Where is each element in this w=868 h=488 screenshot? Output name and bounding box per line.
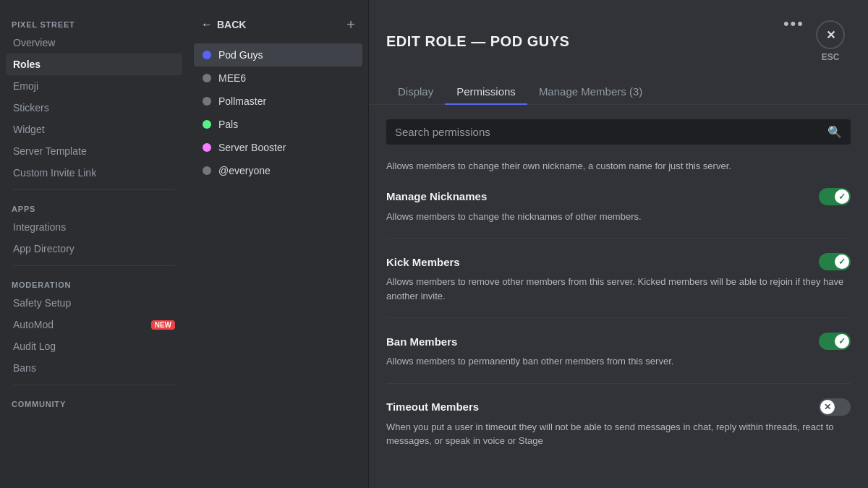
permission-name-timeout-members: Timeout Members — [386, 401, 479, 413]
sidebar-item-roles[interactable]: Roles — [6, 53, 182, 75]
sidebar-item-emoji[interactable]: Emoji — [6, 75, 182, 97]
role-dot-everyone — [203, 166, 211, 175]
search-input[interactable] — [395, 126, 827, 138]
permission-desc-ban-members: Allows members to permanently ban other … — [386, 354, 851, 369]
role-item-pals[interactable]: Pals — [194, 113, 362, 136]
tab-bar: Display Permissions Manage Members (3) — [386, 80, 851, 104]
back-label: BACK — [217, 19, 246, 30]
toggle-check-icon: ✓ — [838, 192, 846, 202]
role-label-mee6: MEE6 — [218, 72, 246, 84]
role-dot-pod-guys — [203, 51, 211, 59]
esc-button[interactable]: ✕ ESC — [810, 14, 851, 68]
back-button[interactable]: ← BACK — [201, 18, 246, 31]
back-arrow-icon: ← — [201, 18, 213, 31]
sidebar: PIXEL STREET Overview Roles Emoji Sticke… — [0, 0, 188, 488]
back-bar: ← BACK + — [194, 12, 362, 43]
permission-row-top: Manage Nicknames ✓ — [386, 188, 851, 205]
sidebar-item-audit-log[interactable]: Audit Log — [6, 335, 182, 357]
sidebar-item-safety-setup[interactable]: Safety Setup — [6, 292, 182, 314]
sidebar-item-server-template[interactable]: Server Template — [6, 140, 182, 162]
sidebar-section-apps: APPS — [6, 196, 182, 216]
toggle-knob-kick: ✓ — [835, 254, 849, 269]
role-dot-mee6 — [203, 74, 211, 82]
sidebar-item-bans[interactable]: Bans — [6, 357, 182, 379]
toggle-x-icon-timeout: ✕ — [824, 402, 831, 412]
role-label-pals: Pals — [218, 119, 238, 130]
role-dot-pollmaster — [203, 97, 211, 106]
main-header: EDIT ROLE — POD GUYS ••• ✕ ESC Display P… — [369, 0, 868, 105]
toggle-knob-timeout: ✕ — [820, 400, 835, 414]
sidebar-item-custom-invite[interactable]: Custom Invite Link — [6, 162, 182, 184]
middle-panel: ← BACK + Pod Guys MEE6 Pollmaster Pals S… — [188, 0, 369, 488]
sidebar-item-app-directory[interactable]: App Directory — [6, 238, 182, 260]
permission-row-kick-members: Kick Members ✓ Allows members to remove … — [386, 253, 851, 318]
permission-desc-kick-members: Allows members to remove other members f… — [386, 275, 851, 303]
toggle-knob-ban: ✓ — [835, 334, 849, 348]
permission-desc-manage-nicknames: Allows members to change the nicknames o… — [386, 210, 851, 224]
role-item-pod-guys[interactable]: Pod Guys — [194, 43, 362, 67]
role-item-pollmaster[interactable]: Pollmaster — [194, 90, 362, 113]
permission-name-kick-members: Kick Members — [386, 256, 460, 268]
sidebar-item-widget[interactable]: Widget — [6, 119, 182, 140]
page-title: EDIT ROLE — POD GUYS — [386, 33, 569, 50]
permission-row-timeout-members: Timeout Members ✕ When you put a user in… — [386, 398, 851, 463]
role-item-everyone[interactable]: @everyone — [194, 159, 362, 182]
tab-display[interactable]: Display — [386, 80, 445, 105]
toggle-knob: ✓ — [835, 189, 849, 204]
role-label-everyone: @everyone — [218, 165, 271, 176]
permission-name-ban-members: Ban Members — [386, 335, 457, 348]
role-label-server-booster: Server Booster — [218, 142, 286, 153]
role-label-pollmaster: Pollmaster — [218, 95, 266, 107]
tab-manage-members[interactable]: Manage Members (3) — [527, 80, 654, 105]
sidebar-divider-2 — [13, 265, 175, 266]
permission-name-manage-nicknames: Manage Nicknames — [386, 190, 487, 202]
automod-new-badge: NEW — [151, 320, 175, 330]
permission-row-top-kick: Kick Members ✓ — [386, 253, 851, 270]
sidebar-section-community: COMMUNITY — [6, 391, 182, 411]
permission-row-top-ban: Ban Members ✓ — [386, 333, 851, 350]
toggle-check-icon-kick: ✓ — [838, 257, 846, 267]
main-title-row: EDIT ROLE — POD GUYS ••• ✕ ESC — [386, 14, 851, 68]
sidebar-section-server: PIXEL STREET — [6, 12, 182, 32]
esc-label: ESC — [822, 52, 840, 62]
sidebar-item-overview[interactable]: Overview — [6, 32, 182, 53]
sidebar-item-integrations[interactable]: Integrations — [6, 216, 182, 238]
toggle-timeout-members[interactable]: ✕ — [819, 398, 851, 416]
role-dot-server-booster — [203, 143, 211, 152]
sidebar-item-stickers[interactable]: Stickers — [6, 97, 182, 119]
role-label-pod-guys: Pod Guys — [218, 49, 263, 61]
search-icon: 🔍 — [827, 125, 842, 139]
toggle-kick-members[interactable]: ✓ — [819, 253, 851, 270]
permission-desc-timeout-members: When you put a user in timeout they will… — [386, 420, 851, 448]
esc-circle-icon: ✕ — [816, 20, 845, 49]
main-content: EDIT ROLE — POD GUYS ••• ✕ ESC Display P… — [369, 0, 868, 488]
main-body: 🔍 Allows members to change their own nic… — [369, 105, 868, 488]
role-item-server-booster[interactable]: Server Booster — [194, 136, 362, 159]
sidebar-item-automod[interactable]: AutoMod NEW — [6, 314, 182, 335]
tab-permissions[interactable]: Permissions — [445, 80, 527, 105]
right-actions: ••• ✕ ESC — [783, 14, 851, 68]
toggle-ban-members[interactable]: ✓ — [819, 333, 851, 350]
sidebar-divider-1 — [13, 189, 175, 190]
toggle-manage-nicknames[interactable]: ✓ — [819, 188, 851, 205]
role-dot-pals — [203, 120, 211, 129]
permission-row-ban-members: Ban Members ✓ Allows members to permanen… — [386, 333, 851, 384]
toggle-check-icon-ban: ✓ — [838, 336, 846, 346]
sidebar-divider-3 — [13, 385, 175, 385]
permission-row-manage-nicknames: Manage Nicknames ✓ Allows members to cha… — [386, 188, 851, 239]
search-bar: 🔍 — [386, 119, 851, 145]
add-role-button[interactable]: + — [346, 17, 355, 32]
permission-row-top-timeout: Timeout Members ✕ — [386, 398, 851, 416]
role-item-mee6[interactable]: MEE6 — [194, 67, 362, 90]
permission-intro-text: Allows members to change their own nickn… — [386, 159, 851, 174]
sidebar-section-moderation: MODERATION — [6, 272, 182, 292]
more-options-button[interactable]: ••• — [783, 14, 804, 33]
